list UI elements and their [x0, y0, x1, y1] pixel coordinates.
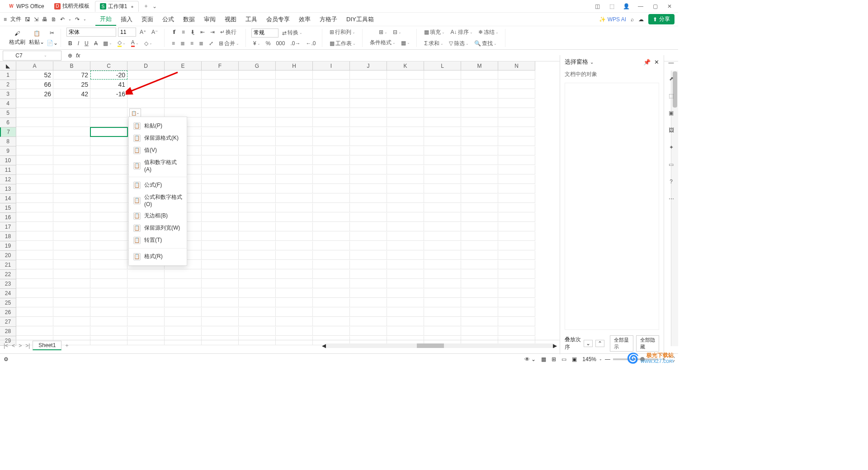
cell[interactable]	[16, 289, 53, 298]
cell[interactable]	[461, 317, 498, 326]
cell[interactable]	[90, 146, 127, 155]
cell[interactable]	[90, 241, 127, 250]
horizontal-scrollbar[interactable]: ◀▶	[322, 343, 557, 348]
cell[interactable]	[387, 146, 424, 155]
cell[interactable]	[239, 213, 276, 222]
cell[interactable]	[350, 175, 387, 184]
cell[interactable]	[350, 165, 387, 174]
search-icon[interactable]: ⌕	[631, 16, 634, 23]
column-header[interactable]: F	[202, 61, 239, 70]
cell[interactable]	[276, 222, 313, 231]
row-header[interactable]: 16	[0, 213, 16, 222]
cell[interactable]	[387, 279, 424, 288]
cell[interactable]	[276, 251, 313, 260]
cell[interactable]	[239, 232, 276, 241]
cell[interactable]	[350, 222, 387, 231]
cell[interactable]	[202, 308, 239, 317]
tab-home[interactable]: 开始	[95, 13, 116, 26]
indent-increase-icon[interactable]: ⇥	[208, 28, 217, 36]
currency-icon[interactable]: ¥⌄	[251, 39, 262, 47]
row-header[interactable]: 26	[0, 308, 16, 317]
cell[interactable]	[498, 146, 535, 155]
row-header[interactable]: 27	[0, 317, 16, 327]
cell[interactable]	[424, 156, 461, 165]
cell[interactable]	[313, 251, 350, 260]
cell[interactable]	[16, 260, 53, 269]
cell[interactable]	[276, 308, 313, 317]
cell[interactable]	[276, 194, 313, 203]
sheet-nav-prev[interactable]: <	[11, 343, 16, 349]
cell[interactable]	[350, 298, 387, 307]
clear-format-button[interactable]: ◇⌄	[142, 39, 154, 47]
row-header[interactable]: 19	[0, 241, 16, 251]
cell[interactable]	[165, 327, 202, 336]
cell[interactable]	[239, 270, 276, 279]
cell[interactable]	[16, 327, 53, 336]
send-backward-icon[interactable]: ⌃	[595, 340, 604, 347]
cell[interactable]	[90, 203, 127, 212]
cell[interactable]	[239, 127, 276, 136]
column-header[interactable]: N	[498, 61, 535, 70]
cell[interactable]	[313, 146, 350, 155]
view-reading-icon[interactable]: ▣	[572, 356, 577, 362]
cell[interactable]	[53, 308, 90, 317]
cell[interactable]	[127, 270, 165, 279]
cell[interactable]	[313, 260, 350, 269]
redo-dropdown-icon[interactable]: ⌄	[83, 17, 86, 21]
app-tab-wps[interactable]: W WPS Office	[4, 1, 49, 12]
sheet-nav-first[interactable]: |<	[3, 343, 9, 349]
backup-tool-icon[interactable]: ▭	[667, 160, 676, 169]
format-painter-icon[interactable]: 🖌	[13, 29, 21, 38]
image-tool-icon[interactable]: 🖼	[667, 126, 676, 135]
cell[interactable]	[53, 251, 90, 260]
merge-button[interactable]: ⊞ 合并⌄	[217, 39, 241, 48]
cell[interactable]	[461, 184, 498, 193]
cell[interactable]	[16, 251, 53, 260]
cell[interactable]	[53, 232, 90, 241]
add-sheet-button[interactable]: ＋	[63, 342, 71, 349]
cell[interactable]: 41	[90, 80, 127, 89]
row-header[interactable]: 18	[0, 232, 16, 241]
tab-insert[interactable]: 插入	[116, 14, 137, 25]
cell[interactable]	[424, 327, 461, 336]
cut-icon[interactable]: ✂	[48, 29, 56, 37]
cell[interactable]	[350, 80, 387, 89]
decrease-decimal-icon[interactable]: ←.0	[304, 39, 317, 47]
cell[interactable]	[16, 308, 53, 317]
cell[interactable]	[313, 175, 350, 184]
cell[interactable]	[239, 327, 276, 336]
cell[interactable]	[16, 222, 53, 231]
filter-button[interactable]: ▽ 筛选⌄	[447, 39, 471, 48]
cell[interactable]	[461, 146, 498, 155]
cell[interactable]	[53, 241, 90, 250]
cell[interactable]	[165, 70, 202, 80]
cell[interactable]	[239, 89, 276, 99]
view-pagebreak-icon[interactable]: ⊞	[552, 356, 556, 362]
cell[interactable]	[276, 203, 313, 212]
cell[interactable]	[202, 108, 239, 118]
cell[interactable]	[90, 251, 127, 260]
cell[interactable]	[276, 279, 313, 288]
cell[interactable]	[424, 118, 461, 127]
cell[interactable]	[313, 317, 350, 326]
cell[interactable]	[461, 175, 498, 184]
cell[interactable]	[276, 70, 313, 80]
fill-button[interactable]: ▦ 填充⌄	[422, 28, 447, 37]
collapse-panel-icon[interactable]: —	[669, 60, 674, 66]
column-header[interactable]: L	[424, 61, 461, 70]
paste-option[interactable]: 📋保留源列宽(W)	[129, 222, 187, 234]
cell[interactable]	[239, 203, 276, 212]
cell[interactable]	[313, 127, 350, 136]
row-header[interactable]: 24	[0, 289, 16, 298]
print-preview-icon[interactable]: 🗎	[51, 16, 57, 23]
cell[interactable]	[276, 175, 313, 184]
column-header[interactable]: E	[165, 61, 202, 70]
cell[interactable]: 52	[16, 70, 53, 80]
cell[interactable]	[424, 70, 461, 80]
cell[interactable]	[202, 241, 239, 250]
cell[interactable]	[461, 165, 498, 174]
cell[interactable]	[276, 99, 313, 108]
cell[interactable]	[239, 175, 276, 184]
cell[interactable]	[350, 146, 387, 155]
cell[interactable]	[350, 89, 387, 99]
